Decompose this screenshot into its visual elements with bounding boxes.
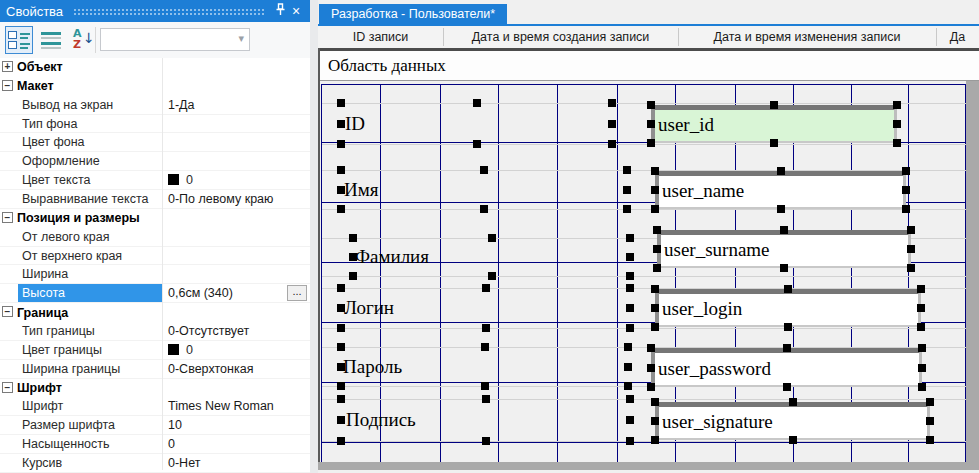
field-selection-handle[interactable] xyxy=(651,285,659,293)
field-selection-handle[interactable] xyxy=(783,383,791,391)
label-selection-handle[interactable] xyxy=(337,186,345,194)
form-field-user_id[interactable]: user_id xyxy=(651,105,897,143)
expand-icon[interactable]: + xyxy=(2,61,13,72)
properties-panel-header[interactable]: Свойства × xyxy=(0,0,310,22)
label-selection-handle[interactable] xyxy=(480,166,488,174)
label-selection-handle[interactable] xyxy=(626,304,634,312)
label-selection-handle[interactable] xyxy=(623,166,631,174)
field-selection-handle[interactable] xyxy=(902,186,910,194)
field-selection-handle[interactable] xyxy=(651,167,659,175)
label-selection-handle[interactable] xyxy=(626,272,634,280)
field-selection-handle[interactable] xyxy=(783,344,791,352)
field-selection-handle[interactable] xyxy=(651,398,659,406)
label-selection-handle[interactable] xyxy=(473,99,481,107)
label-selection-handle[interactable] xyxy=(482,437,490,445)
field-selection-handle[interactable] xyxy=(918,344,926,352)
label-selection-handle[interactable] xyxy=(349,253,357,261)
label-selection-handle[interactable] xyxy=(608,140,616,148)
field-selection-handle[interactable] xyxy=(918,364,926,372)
label-selection-handle[interactable] xyxy=(337,363,345,371)
field-selection-handle[interactable] xyxy=(647,139,655,147)
property-row-Высота[interactable]: Высота0,6см (340)... xyxy=(0,284,310,303)
field-selection-handle[interactable] xyxy=(784,323,792,331)
field-selection-handle[interactable] xyxy=(893,120,901,128)
label-selection-handle[interactable] xyxy=(337,437,345,445)
label-selection-handle[interactable] xyxy=(337,140,345,148)
field-selection-handle[interactable] xyxy=(893,101,901,109)
field-selection-handle[interactable] xyxy=(780,264,788,272)
field-selection-handle[interactable] xyxy=(770,101,778,109)
property-value[interactable]: Times New Roman xyxy=(168,399,274,413)
field-selection-handle[interactable] xyxy=(784,285,792,293)
field-selection-handle[interactable] xyxy=(926,417,934,425)
field-selection-handle[interactable] xyxy=(926,436,934,444)
property-row-От левого края[interactable]: От левого края xyxy=(0,228,310,247)
form-label-user_id[interactable]: ID xyxy=(345,113,365,135)
horizontal-scroll-area[interactable] xyxy=(318,462,979,470)
property-row-Вывод на экран[interactable]: Вывод на экран1-Да xyxy=(0,96,310,115)
label-selection-handle[interactable] xyxy=(337,395,345,403)
label-selection-handle[interactable] xyxy=(337,324,345,332)
label-selection-handle[interactable] xyxy=(626,234,634,242)
property-row-Размер шрифта[interactable]: Размер шрифта10 xyxy=(0,416,310,435)
label-selection-handle[interactable] xyxy=(488,272,496,280)
field-selection-handle[interactable] xyxy=(893,139,901,147)
collapse-icon[interactable]: − xyxy=(2,80,13,91)
label-selection-handle[interactable] xyxy=(626,395,634,403)
field-selection-handle[interactable] xyxy=(907,226,915,234)
label-selection-handle[interactable] xyxy=(481,343,489,351)
label-selection-handle[interactable] xyxy=(623,186,631,194)
designer-canvas[interactable]: IDuser_idИмяuser_nameФамилияuser_surname… xyxy=(318,0,979,473)
label-selection-handle[interactable] xyxy=(337,120,345,128)
label-selection-handle[interactable] xyxy=(337,382,345,390)
field-selection-handle[interactable] xyxy=(917,323,925,331)
field-selection-handle[interactable] xyxy=(917,304,925,312)
label-selection-handle[interactable] xyxy=(626,437,634,445)
field-selection-handle[interactable] xyxy=(918,383,926,391)
property-value[interactable]: 0 xyxy=(168,437,175,451)
form-field-user_login[interactable]: user_login xyxy=(655,289,921,327)
property-row-Цвет текста[interactable]: Цвет текста0 xyxy=(0,171,310,190)
label-selection-handle[interactable] xyxy=(473,140,481,148)
form-field-user_signature[interactable]: user_signature xyxy=(655,402,930,440)
collapse-icon[interactable]: − xyxy=(2,212,13,223)
field-selection-handle[interactable] xyxy=(789,436,797,444)
field-selection-handle[interactable] xyxy=(647,344,655,352)
form-label-user_surname[interactable]: Фамилия xyxy=(355,246,429,268)
property-row-Оформление[interactable]: Оформление xyxy=(0,152,310,171)
label-selection-handle[interactable] xyxy=(624,382,632,390)
field-selection-handle[interactable] xyxy=(907,264,915,272)
label-selection-handle[interactable] xyxy=(337,304,345,312)
field-selection-handle[interactable] xyxy=(902,167,910,175)
property-value[interactable]: 0-По левому краю xyxy=(168,192,273,206)
label-selection-handle[interactable] xyxy=(337,99,345,107)
label-selection-handle[interactable] xyxy=(626,253,634,261)
collapse-icon[interactable]: − xyxy=(2,306,13,317)
label-selection-handle[interactable] xyxy=(626,324,634,332)
form-field-user_name[interactable]: user_name xyxy=(655,171,906,209)
ellipsis-button[interactable]: ... xyxy=(287,285,307,301)
form-label-user_login[interactable]: Логин xyxy=(344,297,394,319)
property-group-Граница[interactable]: −Граница xyxy=(0,303,310,322)
form-field-user_surname[interactable]: user_surname xyxy=(657,230,911,268)
close-icon[interactable]: × xyxy=(288,4,304,18)
label-selection-handle[interactable] xyxy=(624,343,632,351)
label-selection-handle[interactable] xyxy=(349,234,357,242)
label-selection-handle[interactable] xyxy=(626,416,634,424)
property-row-Курсив[interactable]: Курсив0-Нет xyxy=(0,454,310,473)
panel-splitter[interactable] xyxy=(310,0,318,473)
property-row-От верхнего края[interactable]: От верхнего края xyxy=(0,247,310,266)
form-label-user_signature[interactable]: Подпись xyxy=(346,409,416,431)
property-value[interactable]: 0 xyxy=(186,343,193,357)
field-selection-handle[interactable] xyxy=(907,245,915,253)
property-value[interactable]: 0-Нет xyxy=(168,456,200,470)
label-selection-handle[interactable] xyxy=(626,284,634,292)
label-selection-handle[interactable] xyxy=(349,272,357,280)
label-selection-handle[interactable] xyxy=(608,120,616,128)
property-row-Тип фона[interactable]: Тип фона xyxy=(0,115,310,134)
categorized-view-button[interactable] xyxy=(5,26,33,54)
form-field-user_password[interactable]: user_password xyxy=(651,348,922,387)
label-selection-handle[interactable] xyxy=(482,324,490,332)
property-value[interactable]: 10 xyxy=(168,418,182,432)
property-group-Объект[interactable]: +Объект xyxy=(0,58,310,77)
